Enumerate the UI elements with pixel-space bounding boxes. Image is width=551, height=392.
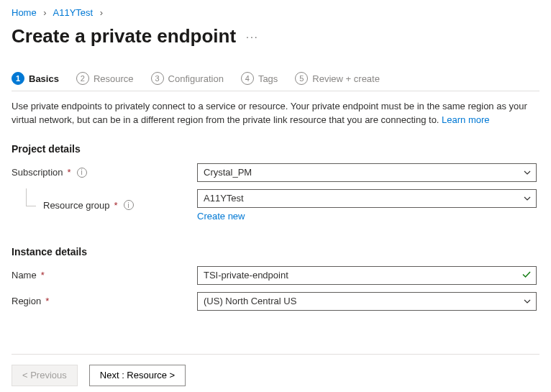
resource-group-value: A11YTest: [204, 193, 244, 204]
check-icon: [522, 269, 532, 281]
resource-group-select[interactable]: A11YTest: [197, 189, 537, 208]
subscription-select[interactable]: Crystal_PM: [197, 163, 537, 182]
region-label: Region *: [12, 296, 197, 306]
subscription-value: Crystal_PM: [204, 167, 252, 178]
tab-review-create[interactable]: 5 Review + create: [295, 72, 380, 85]
chevron-down-icon: [523, 168, 532, 177]
tab-label: Basics: [29, 73, 59, 84]
chevron-right-icon: ›: [43, 7, 46, 18]
tab-number-icon: 1: [12, 72, 24, 85]
page-title: Create a private endpoint: [12, 25, 236, 47]
info-icon[interactable]: i: [77, 168, 87, 178]
tab-number-icon: 3: [151, 72, 164, 85]
tab-label: Review + create: [312, 73, 380, 84]
create-new-resource-group-link[interactable]: Create new: [197, 211, 245, 222]
tab-number-icon: 5: [295, 72, 308, 85]
name-input[interactable]: TSI-private-endpoint: [197, 266, 537, 285]
subscription-label: Subscription * i: [12, 167, 197, 178]
info-icon[interactable]: i: [124, 200, 134, 210]
breadcrumb-a11ytest[interactable]: A11YTest: [53, 7, 94, 18]
required-indicator: *: [114, 200, 118, 211]
breadcrumb: Home › A11YTest ›: [12, 7, 539, 18]
tab-label: Tags: [258, 73, 278, 84]
project-details-heading: Project details: [12, 143, 539, 155]
instance-details-heading: Instance details: [12, 246, 539, 257]
chevron-down-icon: [523, 194, 532, 203]
required-indicator: *: [68, 167, 71, 178]
tab-tags[interactable]: 4 Tags: [241, 72, 278, 85]
tab-number-icon: 4: [241, 72, 254, 85]
tabs-underline: [12, 91, 539, 91]
region-value: (US) North Central US: [204, 296, 296, 306]
required-indicator: *: [41, 270, 45, 281]
tab-description: Use private endpoints to privately conne…: [12, 100, 539, 127]
next-button[interactable]: Next : Resource >: [89, 365, 186, 386]
tab-label: Resource: [94, 73, 134, 84]
tab-number-icon: 2: [76, 72, 89, 85]
required-indicator: *: [45, 296, 49, 306]
chevron-down-icon: [523, 297, 532, 306]
name-value: TSI-private-endpoint: [204, 270, 288, 281]
previous-button: < Previous: [12, 365, 78, 386]
breadcrumb-home[interactable]: Home: [12, 7, 37, 18]
resource-group-label: Resource group * i: [12, 200, 197, 211]
tab-resource[interactable]: 2 Resource: [76, 72, 134, 85]
chevron-right-icon: ›: [100, 7, 103, 18]
tab-basics[interactable]: 1 Basics: [12, 72, 59, 85]
more-actions-icon[interactable]: ···: [246, 31, 259, 42]
tab-label: Configuration: [168, 73, 224, 84]
tab-configuration[interactable]: 3 Configuration: [151, 72, 224, 85]
name-label: Name *: [12, 270, 197, 281]
learn-more-link[interactable]: Learn more: [442, 114, 489, 125]
region-select[interactable]: (US) North Central US: [197, 292, 537, 311]
wizard-footer: < Previous Next : Resource >: [12, 354, 539, 386]
wizard-tabs: 1 Basics 2 Resource 3 Configuration 4 Ta…: [12, 72, 539, 85]
